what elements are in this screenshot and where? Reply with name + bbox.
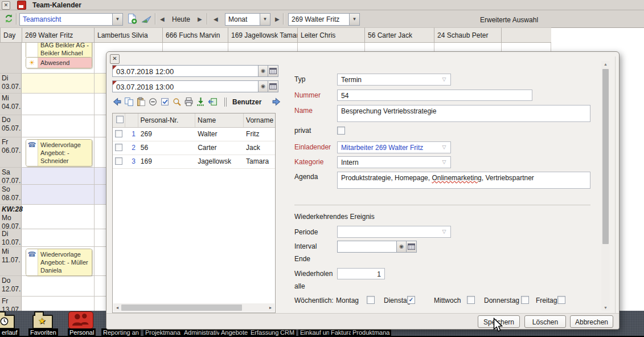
calendar-entry[interactable]: ☎ Wiedervorlage Angebot: - Müller Daniel… — [26, 249, 92, 276]
datepicker-icon[interactable] — [268, 65, 278, 77]
cancel-button[interactable]: Abbrechen — [570, 315, 613, 328]
taskbar-item[interactable]: Faktura — [329, 328, 354, 336]
einladender-select[interactable]: Mitarbeiter 269 Walter Fritz ▽ — [337, 141, 451, 153]
column-header-person[interactable]: 24 Schaub Peter — [434, 27, 501, 43]
period-select[interactable]: Monat ▼ — [225, 13, 270, 26]
select-all-checkbox[interactable] — [116, 116, 124, 123]
wiederholen-field[interactable]: 1 — [337, 268, 385, 279]
typ-select[interactable]: Termin ▽ — [337, 74, 451, 86]
refresh-icon[interactable] — [4, 14, 14, 23]
scroll-up-icon[interactable]: ▲ — [601, 62, 610, 66]
kategorie-select[interactable]: Intern ▽ — [337, 156, 451, 168]
extended-selection-button[interactable]: Erweiterte Auswahl — [480, 16, 538, 24]
view-select[interactable]: Teamansicht ▼ — [19, 13, 123, 26]
vertical-scrollbar[interactable]: ▲ ▼ — [601, 61, 610, 311]
taskbar-item[interactable]: Reporting an — [101, 328, 141, 336]
calendar-entry[interactable]: ☎ Wiedervorlage Angebot: - Schneider — [26, 139, 92, 167]
back-icon[interactable] — [112, 97, 122, 107]
row-checkbox[interactable] — [115, 157, 122, 165]
taskbar-item[interactable]: Administrativ — [182, 328, 221, 336]
weekday-checkbox-dienstag[interactable]: ✓ — [407, 296, 415, 304]
copy-icon[interactable] — [124, 97, 134, 107]
chevron-down-icon[interactable]: ▼ — [260, 14, 270, 25]
privat-checkbox[interactable] — [337, 127, 345, 135]
new-entry-icon[interactable] — [126, 13, 137, 24]
end-datetime-field[interactable]: 03.07.2018 13:00 — [112, 80, 259, 92]
search-icon[interactable] — [172, 97, 182, 107]
taskbar-item[interactable]: CRM — [278, 328, 296, 336]
user-table-row[interactable]: 2 56 Carter Jack — [113, 141, 275, 155]
calendar-entry[interactable]: BAG Beikler AG - Beikler Michael — [26, 43, 92, 59]
favorites-folder-icon[interactable]: ★ — [32, 315, 53, 329]
person-select[interactable]: 269 Walter Fritz ▼ — [288, 13, 360, 26]
prev-period-icon[interactable]: ◀ — [214, 15, 218, 23]
name-field[interactable]: Besprechung Vertriebsstrategie — [337, 105, 590, 122]
time-dot-icon[interactable]: ◉ — [259, 80, 268, 92]
row-checkbox[interactable] — [115, 130, 122, 137]
column-header-person[interactable]: Leiter Chris — [297, 27, 364, 43]
history-folder-icon[interactable] — [0, 315, 15, 329]
column-personal-nr[interactable]: Personal-Nr. — [138, 113, 195, 127]
weekday-checkbox-freitag[interactable] — [557, 296, 565, 304]
calendar-entry-absent[interactable]: ☀ Abwesend — [26, 57, 92, 68]
column-header-person[interactable]: 666 Fuchs Marvin — [162, 27, 228, 43]
select-all-icon[interactable] — [160, 97, 170, 107]
nummer-field[interactable]: 54 — [337, 90, 532, 101]
column-name[interactable]: Name — [195, 113, 244, 127]
forward-icon[interactable] — [272, 97, 281, 107]
column-header-day: Day — [0, 27, 22, 43]
column-header-person[interactable]: 269 Walter Fritz — [22, 27, 94, 43]
user-table-row[interactable]: 3 169 Jagellowsk Tamara — [113, 155, 275, 169]
taskbar-item[interactable]: erlauf — [0, 328, 19, 336]
chevron-down-icon[interactable]: ▽ — [438, 74, 450, 85]
datepicker-icon[interactable] — [268, 80, 278, 92]
download-icon[interactable] — [196, 97, 206, 107]
chevron-down-icon[interactable]: ▽ — [438, 142, 450, 153]
interval-field[interactable] — [337, 241, 397, 253]
column-header-person[interactable]: 169 Jagellowsk Tamara — [228, 27, 297, 43]
weekday-checkbox-mittwoch[interactable] — [467, 296, 475, 304]
taskbar-item[interactable]: Produktmana — [351, 328, 391, 336]
delete-button[interactable]: Löschen — [524, 315, 566, 328]
scrollbar-thumb[interactable] — [121, 304, 242, 311]
dialog-close-icon[interactable]: ✕ — [110, 54, 120, 64]
print-icon[interactable] — [184, 97, 194, 107]
taskbar-item[interactable]: Erfassung — [249, 328, 281, 336]
remove-icon[interactable] — [148, 97, 158, 107]
horizontal-scrollbar[interactable]: ◂ ▸ — [113, 303, 274, 312]
time-dot-icon[interactable]: ◉ — [259, 65, 268, 77]
weekday-checkbox-montag[interactable] — [367, 296, 375, 304]
window-close-icon[interactable]: ✕ — [2, 1, 10, 10]
scroll-right-icon[interactable]: ▸ — [266, 305, 274, 310]
taskbar-item[interactable]: Personal — [68, 328, 96, 336]
weekday-checkbox-donnerstag[interactable] — [521, 296, 529, 304]
column-header-person[interactable]: Lambertus Silvia — [94, 27, 162, 43]
scrollbar-thumb[interactable] — [602, 69, 609, 244]
scroll-left-icon[interactable]: ◂ — [113, 305, 121, 310]
agenda-field[interactable]: Produktstrategie, Homepage, Onlinemarket… — [337, 172, 590, 189]
export-icon[interactable] — [208, 97, 218, 107]
send-icon[interactable] — [141, 14, 151, 23]
scroll-down-icon[interactable]: ▼ — [601, 306, 610, 310]
taskbar-item[interactable]: Projektmana — [143, 328, 182, 336]
chevron-down-icon[interactable]: ▽ — [438, 157, 450, 168]
start-datetime-field[interactable]: 03.07.2018 12:00 — [112, 65, 259, 77]
periode-select[interactable]: ▽ — [337, 226, 451, 238]
next-day-icon[interactable]: ▶ — [198, 15, 202, 23]
day-name: Mi — [2, 94, 9, 102]
personal-app-icon[interactable] — [68, 311, 93, 329]
chevron-down-icon[interactable]: ▼ — [349, 14, 359, 25]
column-header-person[interactable]: 56 Carter Jack — [364, 27, 434, 43]
prev-day-icon[interactable]: ◀ — [160, 15, 165, 23]
datepicker-icon[interactable] — [407, 241, 417, 253]
chevron-down-icon[interactable]: ▼ — [112, 14, 122, 25]
paste-icon[interactable] — [136, 97, 146, 107]
user-table-row[interactable]: 1 269 Walter Fritz — [113, 128, 275, 141]
time-dot-icon[interactable]: ◉ — [397, 241, 407, 253]
today-button[interactable]: Heute — [172, 15, 190, 23]
row-checkbox[interactable] — [115, 144, 122, 151]
chevron-down-icon[interactable]: ▽ — [438, 226, 450, 237]
next-period-icon[interactable]: ▶ — [275, 15, 280, 23]
column-vorname[interactable]: Vorname — [244, 113, 275, 127]
taskbar-item[interactable]: Favoriten — [28, 328, 58, 336]
